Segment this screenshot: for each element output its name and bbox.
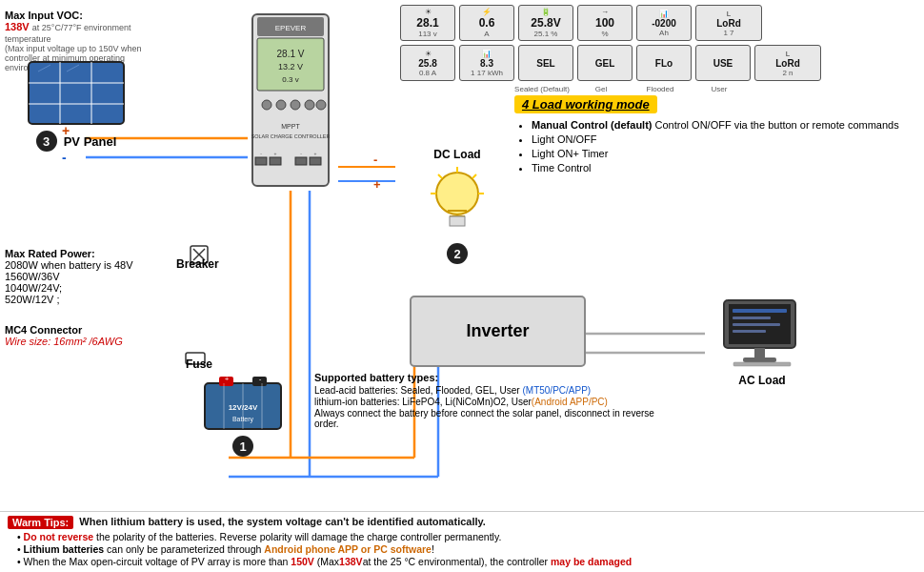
lcd-row1: ☀ 28.1 113 v ⚡ 0.6 A 🔋 25.8V 25.1 % → 10… bbox=[400, 5, 914, 41]
supported-lead-acid: Lead-acid batteries: Sealed, Flooded, GE… bbox=[314, 385, 667, 396]
lcd-box-ah: 📊 -0200 Ah bbox=[636, 5, 692, 41]
lcd-box-pv2: ☀ 25.8 0.8 A bbox=[400, 45, 455, 81]
lcd-box-load-mode1: L LoRd 1 7 bbox=[695, 5, 762, 41]
bulb-svg bbox=[429, 165, 486, 241]
svg-text:MPPT: MPPT bbox=[281, 123, 300, 130]
load-mode-item-1: Manual Control (default) Control ON/OFF … bbox=[532, 119, 910, 131]
svg-rect-67 bbox=[733, 317, 771, 319]
svg-text:+: + bbox=[225, 375, 230, 383]
lcd-label-sealed: Sealed (Default) bbox=[514, 85, 570, 93]
supported-types-section: Supported battery types: Lead-acid batte… bbox=[314, 372, 667, 430]
lcd-panels: ☀ 28.1 113 v ⚡ 0.6 A 🔋 25.8V 25.1 % → 10… bbox=[400, 5, 914, 93]
circle-3: 3 bbox=[36, 131, 57, 152]
tip-line-3: • When the Max open-circuit voltage of P… bbox=[17, 556, 916, 567]
svg-rect-47 bbox=[295, 157, 307, 165]
load-mode-list: Manual Control (default) Control ON/OFF … bbox=[514, 119, 910, 174]
svg-rect-56 bbox=[450, 216, 465, 226]
dc-load-label: DC Load bbox=[400, 148, 514, 161]
rated-power-title: Max Rated Power: bbox=[5, 248, 152, 259]
svg-rect-46 bbox=[270, 157, 281, 165]
dc-load-area: DC Load 2 bbox=[400, 148, 514, 264]
lcd-box-flo: FLo bbox=[636, 45, 692, 81]
rated-power-area: Max Rated Power: 2080W when battery is 4… bbox=[5, 248, 152, 305]
load-mode-item-4: Time Control bbox=[532, 162, 910, 174]
fuse-label: Fuse bbox=[186, 358, 212, 371]
lcd-label-user: User bbox=[692, 85, 747, 93]
supported-note: Always connect the battery before connec… bbox=[314, 408, 667, 429]
svg-text:Battery: Battery bbox=[232, 416, 254, 423]
load-mode-item-2: Light ON/OFF bbox=[532, 133, 910, 145]
monitor-svg bbox=[719, 296, 805, 367]
svg-text:-: - bbox=[259, 375, 262, 383]
svg-line-61 bbox=[438, 174, 442, 178]
mc4-area: MC4 Connector Wire size: 16mm² /6AWG bbox=[5, 324, 152, 347]
controller-svg: EPEVER 28.1 V 13.2 V 0.3 v MPPT SOLAR CH… bbox=[243, 10, 338, 191]
lcd-box-sel: SEL bbox=[518, 45, 573, 81]
svg-point-41 bbox=[305, 100, 314, 110]
lcd-box-charge: → 100 % bbox=[577, 5, 633, 41]
svg-rect-68 bbox=[733, 323, 780, 326]
warm-tips-section: Warm Tips: When lithium battery is used,… bbox=[0, 511, 924, 572]
svg-line-58 bbox=[472, 174, 476, 178]
svg-point-53 bbox=[436, 173, 478, 214]
pv-panel-label: 3 PV Panel bbox=[5, 131, 148, 152]
svg-text:28.1 V: 28.1 V bbox=[277, 49, 305, 59]
svg-text:+: + bbox=[314, 151, 317, 156]
svg-point-42 bbox=[316, 100, 326, 110]
svg-rect-48 bbox=[310, 157, 321, 165]
breaker-label: Breaker bbox=[176, 257, 219, 271]
pv-panel-area: 3 PV Panel bbox=[5, 57, 148, 152]
lcd-box-pv-volt: ☀ 28.1 113 v bbox=[400, 5, 455, 41]
svg-text:-: - bbox=[373, 153, 377, 167]
load-mode-item-3: Light ON+ Timer bbox=[532, 148, 910, 159]
svg-text:13.2 V: 13.2 V bbox=[278, 62, 303, 72]
load-mode-section: 4 Load working mode Manual Control (defa… bbox=[514, 95, 910, 176]
inverter-box: Inverter bbox=[410, 296, 586, 367]
lcd-type-labels: Sealed (Default) Gel Flooded User bbox=[400, 85, 914, 93]
svg-point-39 bbox=[276, 100, 286, 110]
pv-label-text: PV Panel bbox=[64, 134, 117, 149]
ac-load-label: AC Load bbox=[705, 374, 819, 387]
rated-power-line1: 2080W when battery is 48V bbox=[5, 259, 152, 271]
svg-rect-65 bbox=[743, 358, 776, 362]
svg-rect-66 bbox=[733, 309, 787, 313]
lcd-label-gel: Gel bbox=[573, 85, 629, 93]
main-container: + - - + Max Input VOC: 138V at 25°C/77°F… bbox=[0, 0, 924, 572]
android-link: (Android APP/PC) bbox=[532, 397, 608, 407]
circle-2: 2 bbox=[447, 243, 468, 264]
mc4-wire-label: Wire size: 16mm² /6AWG bbox=[5, 336, 152, 347]
rated-power-line2: 1560W/36V bbox=[5, 271, 152, 282]
lcd-box-gel: GEL bbox=[577, 45, 633, 81]
lcd-box-batt-volt: 🔋 25.8V 25.1 % bbox=[518, 5, 573, 41]
svg-point-40 bbox=[291, 100, 300, 110]
lcd-row2: ☀ 25.8 0.8 A 📊 8.3 1 17 kWh SEL GEL FLo … bbox=[400, 45, 914, 81]
svg-rect-45 bbox=[255, 157, 267, 165]
svg-text:SOLAR CHARGE CONTROLLER: SOLAR CHARGE CONTROLLER bbox=[251, 133, 331, 139]
warm-tips-header: Warm Tips: When lithium battery is used,… bbox=[8, 516, 916, 529]
pv-panel-svg bbox=[24, 57, 129, 129]
svg-rect-24 bbox=[29, 62, 124, 124]
rated-power-line4: 520W/12V ; bbox=[5, 294, 152, 305]
svg-rect-70 bbox=[733, 362, 791, 366]
max-voc-title: Max Input VOC: bbox=[5, 10, 167, 21]
tip3-damaged: may be damaged bbox=[551, 556, 632, 567]
controller-area: EPEVER 28.1 V 13.2 V 0.3 v MPPT SOLAR CH… bbox=[243, 10, 352, 193]
load-mode-title: 4 Load working mode bbox=[514, 95, 657, 113]
svg-text:12V/24V: 12V/24V bbox=[229, 403, 258, 412]
warm-label: Warm Tips: bbox=[8, 516, 73, 529]
svg-point-38 bbox=[262, 100, 271, 110]
svg-text:-: - bbox=[62, 150, 67, 165]
mc4-label: MC4 Connector bbox=[5, 324, 152, 336]
supported-types-title: Supported battery types: bbox=[314, 372, 667, 383]
svg-text:+: + bbox=[373, 177, 381, 192]
battery-area: 12V/24V Battery + - 1 bbox=[186, 372, 300, 457]
tip-line-2: • Lithium batteries can only be paramete… bbox=[17, 543, 916, 555]
ac-load-area: AC Load bbox=[705, 296, 819, 387]
warm-main-text: When lithium battery is used, the system… bbox=[79, 516, 486, 527]
svg-text:EPEVER: EPEVER bbox=[275, 24, 307, 32]
inverter-label: Inverter bbox=[466, 321, 529, 341]
lcd-box-energy: 📊 8.3 1 17 kWh bbox=[459, 45, 514, 81]
lcd-box-load-mode2: L LoRd 2 n bbox=[754, 45, 821, 81]
tip3-150v: 150V bbox=[291, 556, 314, 567]
lcd-box-use: USE bbox=[695, 45, 751, 81]
